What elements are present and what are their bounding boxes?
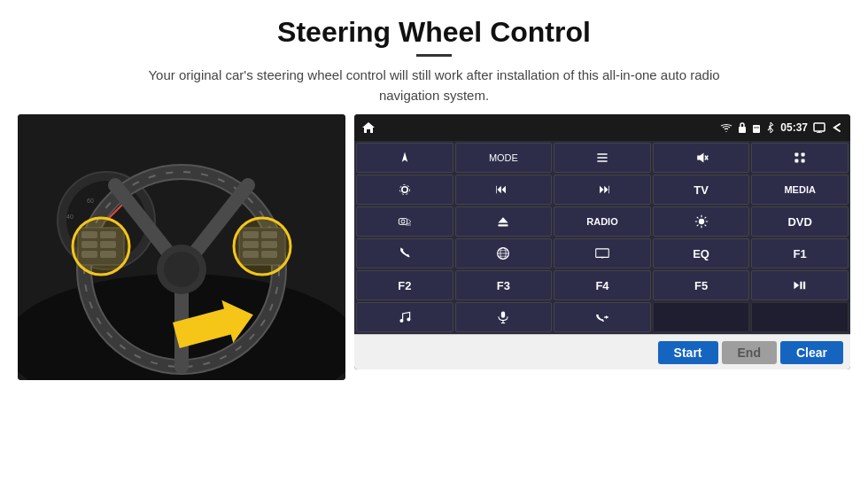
content-area: 60 80 100 40 xyxy=(0,114,868,482)
svg-point-66 xyxy=(698,219,703,224)
svg-rect-49 xyxy=(795,152,799,156)
call-icon xyxy=(595,310,609,324)
subtitle: Your original car's steering wheel contr… xyxy=(124,66,744,105)
svg-marker-56 xyxy=(498,186,501,194)
navigation-icon xyxy=(398,151,412,165)
brightness-button[interactable] xyxy=(653,206,750,237)
bottom-action-bar: Start End Clear xyxy=(354,334,850,369)
page-title: Steering Wheel Control xyxy=(35,16,833,49)
svg-point-86 xyxy=(399,319,403,323)
svg-text:40: 40 xyxy=(66,214,74,220)
f3-button[interactable]: F3 xyxy=(455,270,553,300)
svg-text:60: 60 xyxy=(87,198,94,204)
svg-rect-36 xyxy=(753,125,760,133)
phone-icon xyxy=(398,246,412,260)
svg-line-74 xyxy=(696,225,698,227)
music-icon xyxy=(398,310,412,324)
svg-point-32 xyxy=(234,218,291,275)
settings-icon xyxy=(398,183,412,197)
empty-btn-1 xyxy=(653,302,750,332)
eq-button[interactable]: EQ xyxy=(653,238,750,268)
status-left xyxy=(361,121,376,134)
brightness-icon xyxy=(694,214,709,229)
bluetooth-icon xyxy=(766,121,775,134)
status-time: 05:37 xyxy=(780,121,808,134)
home-icon xyxy=(361,121,376,134)
svg-rect-41 xyxy=(814,123,825,131)
mirror-icon xyxy=(813,122,825,133)
media-button[interactable]: MEDIA xyxy=(751,175,849,205)
mic-button[interactable] xyxy=(455,302,553,332)
lock-icon xyxy=(738,122,747,133)
svg-line-72 xyxy=(704,225,706,227)
svg-marker-34 xyxy=(362,122,375,133)
radio-button[interactable]: RADIO xyxy=(554,206,651,237)
svg-marker-64 xyxy=(499,217,508,222)
title-divider xyxy=(416,54,452,57)
apps-icon xyxy=(793,151,807,165)
eject-button[interactable] xyxy=(455,206,553,237)
svg-line-73 xyxy=(704,217,706,219)
cam360-icon: 360 xyxy=(398,214,412,229)
empty-btn-2 xyxy=(751,302,849,332)
svg-marker-58 xyxy=(600,186,603,194)
svg-point-62 xyxy=(401,220,405,223)
end-button[interactable]: End xyxy=(722,341,777,364)
svg-rect-52 xyxy=(802,159,805,163)
list-button[interactable] xyxy=(554,143,651,173)
phone-button[interactable] xyxy=(356,238,453,268)
prev-icon xyxy=(496,183,510,197)
f5-button[interactable]: F5 xyxy=(653,270,750,300)
button-grid: MODE xyxy=(354,141,850,334)
sd-icon xyxy=(752,122,761,133)
prev-button[interactable] xyxy=(455,175,553,205)
wifi-icon xyxy=(720,123,732,133)
svg-marker-55 xyxy=(502,186,506,194)
globe-icon xyxy=(496,246,510,260)
call-button[interactable] xyxy=(554,302,651,332)
svg-rect-65 xyxy=(499,224,508,226)
tv-button[interactable]: TV xyxy=(653,175,750,205)
f2-button[interactable]: F2 xyxy=(356,270,453,300)
f1-button[interactable]: F1 xyxy=(751,238,849,268)
page-wrapper: Steering Wheel Control Your original car… xyxy=(0,0,868,482)
back-icon xyxy=(831,122,843,133)
mute-icon xyxy=(694,151,709,165)
svg-point-53 xyxy=(402,187,407,192)
svg-marker-42 xyxy=(402,152,407,162)
globe-button[interactable] xyxy=(455,238,553,268)
nav-button[interactable] xyxy=(356,143,453,173)
playpause-button[interactable] xyxy=(751,270,849,300)
control-panel: 05:37 xyxy=(354,114,850,369)
cam360-button[interactable]: 360 xyxy=(356,206,453,237)
start-button[interactable]: Start xyxy=(658,341,718,364)
svg-marker-46 xyxy=(697,152,703,162)
apps-button[interactable] xyxy=(751,143,849,173)
next-button[interactable] xyxy=(554,175,651,205)
svg-rect-35 xyxy=(739,127,746,133)
mode-button[interactable]: MODE xyxy=(455,143,553,173)
eject-icon xyxy=(496,214,510,229)
screen-icon xyxy=(595,246,609,260)
svg-point-16 xyxy=(164,252,199,287)
status-right: 05:37 xyxy=(720,121,843,134)
settings-button[interactable] xyxy=(356,175,453,205)
dvd-button[interactable]: DVD xyxy=(751,206,849,237)
mic-icon xyxy=(496,310,510,324)
f4-button[interactable]: F4 xyxy=(554,270,651,300)
svg-rect-50 xyxy=(802,152,805,156)
svg-point-87 xyxy=(407,317,410,321)
clear-button[interactable]: Clear xyxy=(780,341,843,364)
svg-marker-59 xyxy=(604,186,608,194)
svg-rect-88 xyxy=(501,311,505,317)
list-icon xyxy=(595,151,609,165)
svg-rect-51 xyxy=(795,159,799,163)
screen-button[interactable] xyxy=(554,238,651,268)
status-bar: 05:37 xyxy=(354,114,850,141)
svg-marker-83 xyxy=(794,282,800,290)
svg-point-31 xyxy=(73,218,129,275)
music-button[interactable] xyxy=(356,302,453,332)
svg-marker-92 xyxy=(606,315,608,319)
mute-button[interactable] xyxy=(653,143,750,173)
next-icon xyxy=(595,183,609,197)
